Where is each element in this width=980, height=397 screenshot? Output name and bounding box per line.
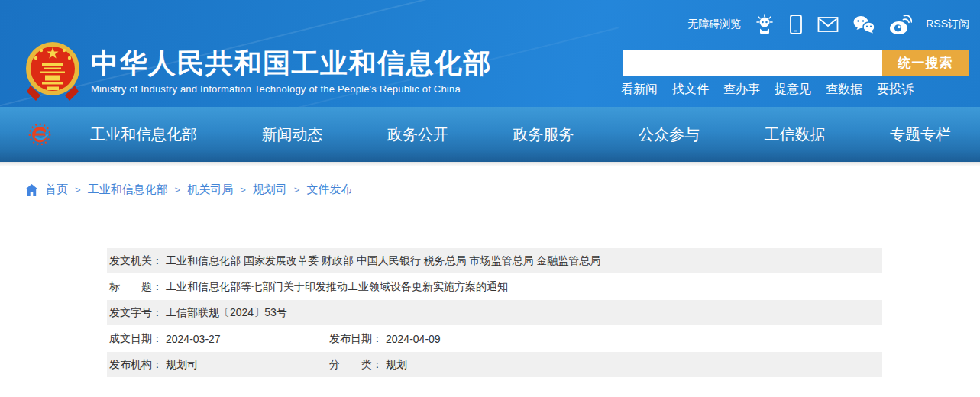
breadcrumb-separator: > [294, 184, 300, 195]
weibo-icon[interactable] [889, 15, 912, 35]
brand-text: 中华人民共和国工业和信息化部 Ministry of Industry and … [91, 40, 492, 104]
utility-bar: 无障碍浏览 [687, 13, 969, 36]
breadcrumb-separator: > [175, 184, 181, 195]
breadcrumb-link-document-release[interactable]: 文件发布 [306, 182, 352, 197]
meta-value: 2024-04-09 [386, 333, 441, 345]
meta-label: 发文字号： [109, 306, 163, 320]
page: 无障碍浏览 [0, 0, 980, 397]
breadcrumb-separator: > [240, 184, 246, 195]
rss-link[interactable]: RSS订阅 [926, 18, 969, 31]
breadcrumb-link-planning-dept[interactable]: 规划司 [253, 182, 287, 197]
mobile-icon[interactable] [788, 14, 804, 35]
meta-row-issuing-authority: 发文机关： 工业和信息化部 国家发展改革委 财政部 中国人民银行 税务总局 市场… [107, 248, 882, 273]
meta-label: 分 类： [329, 358, 383, 372]
site-title: 中华人民共和国工业和信息化部 [91, 49, 492, 78]
search-bar: 统一搜索 [623, 50, 969, 76]
meta-label: 成文日期： [109, 332, 163, 346]
nav-item-news[interactable]: 新闻动态 [262, 124, 323, 145]
quick-link-documents[interactable]: 找文件 [672, 82, 709, 98]
main-nav: 工业和信息化部 新闻动态 政务公开 政务服务 公众参与 工信数据 专题专栏 [0, 107, 980, 162]
breadcrumb: 首页 > 工业和信息化部 > 机关司局 > 规划司 > 文件发布 [25, 182, 352, 197]
quick-link-complaints[interactable]: 要投诉 [877, 82, 914, 98]
mail-icon[interactable] [817, 16, 839, 33]
meta-row-document-number: 发文字号： 工信部联规〔2024〕53号 [107, 300, 882, 325]
quick-link-data[interactable]: 查数据 [826, 82, 862, 98]
unified-search-button[interactable]: 统一搜索 [882, 50, 969, 76]
meta-second-column: 分 类： 规划 [329, 352, 407, 377]
meta-row-title: 标 题： 工业和信息化部等七部门关于印发推动工业领域设备更新实施方案的通知 [107, 274, 882, 299]
nav-item-gov-services[interactable]: 政务服务 [513, 124, 574, 145]
meta-label: 标 题： [109, 280, 163, 294]
document-meta-table: 发文机关： 工业和信息化部 国家发展改革委 财政部 中国人民银行 税务总局 市场… [107, 248, 882, 378]
meta-row-publisher: 发布机构： 规划司 分 类： 规划 [107, 352, 882, 377]
quick-link-services[interactable]: 查办事 [723, 82, 760, 98]
meta-value: 工信部联规〔2024〕53号 [166, 306, 287, 320]
meta-label: 发布日期： [329, 332, 383, 346]
breadcrumb-separator: > [75, 184, 81, 195]
quick-link-suggestions[interactable]: 提意见 [775, 82, 811, 98]
meta-label: 发布机构： [109, 358, 163, 372]
nav-item-public-participation[interactable]: 公众参与 [639, 124, 700, 145]
nav-item-gov-openness[interactable]: 政务公开 [387, 124, 448, 145]
miit-e-logo-icon [28, 123, 51, 146]
quick-links: 看新闻 找文件 查办事 提意见 查数据 要投诉 [621, 82, 914, 98]
wechat-icon[interactable] [852, 15, 875, 34]
breadcrumb-link-miit[interactable]: 工业和信息化部 [88, 182, 168, 197]
quick-link-news[interactable]: 看新闻 [621, 82, 658, 98]
site-header: 无障碍浏览 [0, 0, 980, 107]
accessibility-link[interactable]: 无障碍浏览 [687, 18, 741, 31]
robot-icon[interactable] [755, 14, 775, 35]
nav-bottom-shadow [0, 162, 980, 166]
home-icon[interactable] [25, 184, 38, 196]
nav-item-special-topics[interactable]: 专题专栏 [890, 124, 951, 145]
search-input[interactable] [623, 50, 882, 76]
breadcrumb-link-home[interactable]: 首页 [45, 182, 68, 197]
site-subtitle: Ministry of Industry and Information Tec… [91, 83, 492, 95]
meta-label: 发文机关： [109, 254, 163, 268]
meta-row-dates: 成文日期： 2024-03-27 发布日期： 2024-04-09 [107, 326, 882, 351]
nav-item-miit-data[interactable]: 工信数据 [765, 124, 826, 145]
meta-second-column: 发布日期： 2024-04-09 [329, 326, 441, 351]
nav-item-miit[interactable]: 工业和信息化部 [90, 124, 197, 145]
breadcrumb-link-departments[interactable]: 机关司局 [187, 182, 233, 197]
meta-value: 规划 [386, 358, 407, 372]
meta-value: 2024-03-27 [166, 333, 221, 345]
meta-value: 规划司 [166, 358, 198, 372]
meta-value: 工业和信息化部等七部门关于印发推动工业领域设备更新实施方案的通知 [166, 280, 508, 294]
nav-items: 工业和信息化部 新闻动态 政务公开 政务服务 公众参与 工信数据 专题专栏 [90, 107, 951, 162]
brand-block: 中华人民共和国工业和信息化部 Ministry of Industry and … [24, 40, 492, 104]
national-emblem [24, 40, 81, 104]
meta-value: 工业和信息化部 国家发展改革委 财政部 中国人民银行 税务总局 市场监管总局 金… [166, 254, 600, 268]
